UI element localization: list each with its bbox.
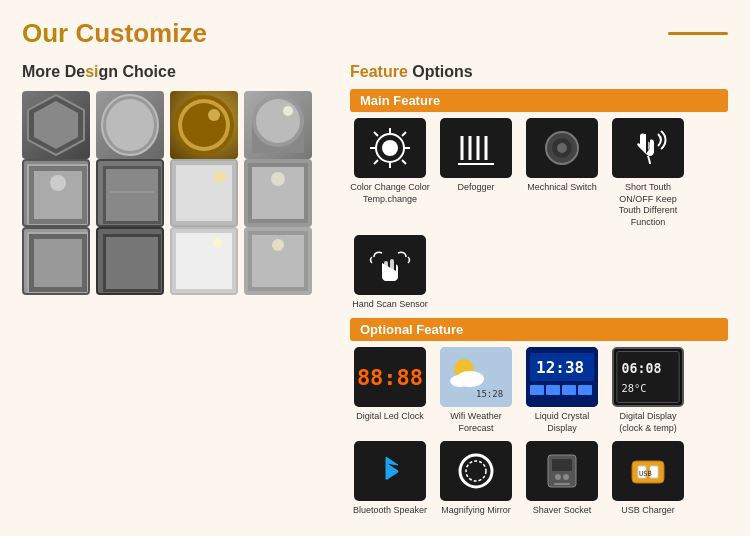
feature-icon-hand-scan-box xyxy=(354,235,426,295)
svg-line-40 xyxy=(402,160,406,164)
feature-icon-switch-box xyxy=(526,118,598,178)
page-title: Our Customize xyxy=(22,18,207,49)
main-feature-header: Main Feature xyxy=(350,89,728,112)
feature-item-touch: Short Touth ON/OFF Keep Touth Different … xyxy=(608,118,688,229)
left-section-title: More Design Choice xyxy=(22,63,332,81)
svg-rect-67 xyxy=(617,352,679,403)
feature-item-color-change: Color Change Color Temp.change xyxy=(350,118,430,229)
svg-point-70 xyxy=(460,455,492,487)
svg-point-33 xyxy=(272,239,284,251)
design-thumb-circle-glow xyxy=(170,91,238,159)
right-section: Feature Options Main Feature xyxy=(350,63,728,525)
feature-icon-shaver-box xyxy=(526,441,598,501)
feature-item-shaver: Shaver Socket xyxy=(522,441,602,517)
header-divider xyxy=(668,32,728,35)
optional-feature-icons-row1: 88:88 Digital Led Clock 15:28 xyxy=(350,347,728,434)
feature-icon-magnify-box xyxy=(440,441,512,501)
svg-point-75 xyxy=(563,474,569,480)
svg-rect-16 xyxy=(106,169,158,221)
svg-rect-63 xyxy=(546,385,560,395)
design-thumb-oval xyxy=(96,91,164,159)
svg-point-51 xyxy=(557,143,567,153)
feature-item-magnify: Magnifying Mirror xyxy=(436,441,516,517)
header: Our Customize xyxy=(22,18,728,49)
svg-point-7 xyxy=(208,109,220,121)
svg-line-39 xyxy=(374,132,378,136)
page: Our Customize More Design Choice xyxy=(0,0,750,536)
led-clock-display: 88:88 xyxy=(357,365,423,390)
feature-label-color-change: Color Change Color Temp.change xyxy=(350,182,430,205)
design-thumb-rect2 xyxy=(96,159,164,227)
svg-rect-73 xyxy=(552,459,572,471)
feature-item-digital-display: 06:08 28°C Digital Display (clock & temp… xyxy=(608,347,688,434)
svg-point-11 xyxy=(283,106,293,116)
left-section: More Design Choice xyxy=(22,63,332,525)
design-thumb-rect6 xyxy=(96,227,164,295)
feature-item-bluetooth: Bluetooth Speaker xyxy=(350,441,430,517)
feature-icon-color-change-box xyxy=(354,118,426,178)
svg-rect-76 xyxy=(554,483,570,485)
svg-text:28°C: 28°C xyxy=(622,383,647,395)
feature-label-switch: Mechnical Switch xyxy=(527,182,597,194)
design-thumb-rect3 xyxy=(170,159,238,227)
svg-point-30 xyxy=(213,238,223,248)
main-feature-block: Main Feature xyxy=(350,89,728,310)
svg-point-20 xyxy=(214,171,226,183)
design-thumb-rect8 xyxy=(244,227,312,295)
svg-point-23 xyxy=(271,172,285,186)
feature-item-hand-scan: Hand Scan Sensor xyxy=(350,235,430,311)
feature-icon-usb-box: USB xyxy=(612,441,684,501)
feature-label-digital-display: Digital Display (clock & temp) xyxy=(608,411,688,434)
svg-rect-52 xyxy=(390,259,394,275)
svg-point-43 xyxy=(382,140,398,156)
design-row-3 xyxy=(22,227,332,295)
svg-text:12:38: 12:38 xyxy=(536,358,584,377)
feature-label-defogger: Defogger xyxy=(457,182,494,194)
svg-rect-62 xyxy=(530,385,544,395)
right-section-title: Feature Options xyxy=(350,63,728,81)
feature-label-hand-scan: Hand Scan Sensor xyxy=(352,299,428,311)
feature-label-weather: Wifi Weather Forecast xyxy=(436,411,516,434)
feature-icon-lcd-box: 12:38 xyxy=(526,347,598,407)
feature-item-switch: Mechnical Switch xyxy=(522,118,602,229)
optional-feature-header: Optional Feature xyxy=(350,318,728,341)
feature-icon-led-clock-box: 88:88 xyxy=(354,347,426,407)
feature-label-led-clock: Digital Led Clock xyxy=(356,411,424,423)
design-thumb-hex xyxy=(22,91,90,159)
feature-item-weather: 15:28 Wifi Weather Forecast xyxy=(436,347,516,434)
svg-point-71 xyxy=(466,461,486,481)
optional-feature-block: Optional Feature 88:88 Digital Led Clock xyxy=(350,318,728,516)
svg-rect-29 xyxy=(176,233,232,289)
svg-text:USB: USB xyxy=(639,470,652,478)
feature-label-lcd: Liquid Crystal Display xyxy=(522,411,602,434)
design-row-1 xyxy=(22,91,332,159)
svg-rect-53 xyxy=(384,261,388,275)
svg-rect-65 xyxy=(578,385,592,395)
feature-item-defogger: Defogger xyxy=(436,118,516,229)
feature-item-usb: USB USB Charger xyxy=(608,441,688,517)
feature-icon-bluetooth-box xyxy=(354,441,426,501)
svg-rect-17 xyxy=(110,191,154,193)
svg-point-14 xyxy=(50,175,66,191)
feature-icon-digital-display-box: 06:08 28°C xyxy=(612,347,684,407)
svg-line-41 xyxy=(402,132,406,136)
design-thumb-rect1 xyxy=(22,159,90,227)
feature-item-led-clock: 88:88 Digital Led Clock xyxy=(350,347,430,434)
feature-icon-weather-box: 15:28 xyxy=(440,347,512,407)
main-content: More Design Choice xyxy=(22,63,728,525)
svg-text:06:08: 06:08 xyxy=(622,362,662,377)
svg-rect-27 xyxy=(106,237,158,289)
svg-point-57 xyxy=(450,375,470,387)
design-thumb-arch xyxy=(244,91,312,159)
feature-label-bluetooth: Bluetooth Speaker xyxy=(353,505,427,517)
design-row-2 xyxy=(22,159,332,227)
svg-line-42 xyxy=(374,160,378,164)
feature-icon-defogger-box xyxy=(440,118,512,178)
feature-label-shaver: Shaver Socket xyxy=(533,505,592,517)
svg-point-74 xyxy=(555,474,561,480)
svg-text:15:28: 15:28 xyxy=(476,389,503,399)
design-thumb-rect4 xyxy=(244,159,312,227)
optional-feature-icons-row2: Bluetooth Speaker Magnifying Mirror xyxy=(350,441,728,517)
feature-label-magnify: Magnifying Mirror xyxy=(441,505,511,517)
design-thumb-rect5 xyxy=(22,227,90,295)
